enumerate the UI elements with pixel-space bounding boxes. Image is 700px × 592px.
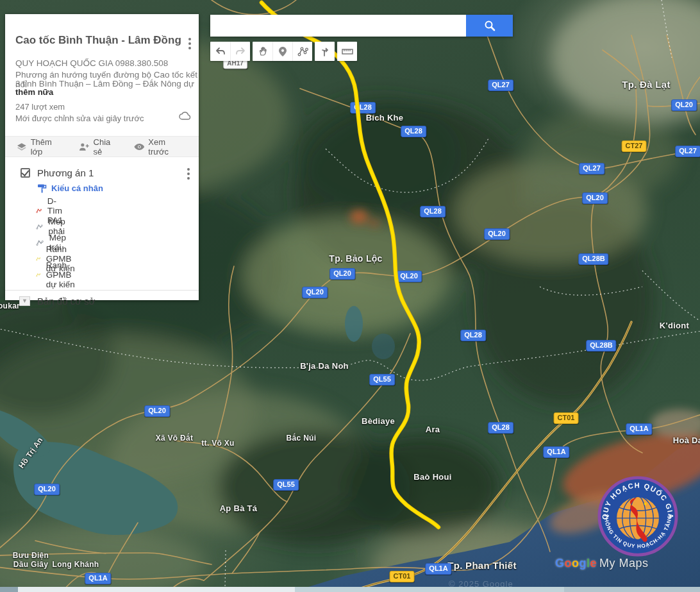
- panel-actions-row: Thêm lớp Chia sẻ Xem trước: [5, 136, 199, 157]
- screen: Tp. Đà LạtBích KheTp. Bảo LộcB'ja Da Noh…: [0, 0, 700, 592]
- google-logo: Google: [555, 557, 597, 570]
- directions-button[interactable]: [315, 42, 335, 61]
- preview-button[interactable]: Xem trước: [134, 137, 187, 156]
- polyline-icon: [297, 47, 308, 56]
- view-count: 247 lượt xem: [15, 102, 65, 112]
- undo-button[interactable]: [210, 42, 230, 61]
- polyline-item-icon: [36, 222, 44, 232]
- draw-tools-group: [253, 42, 312, 61]
- scrollbar-corner: [0, 587, 18, 592]
- layer-name[interactable]: Phương án 1: [37, 167, 94, 178]
- measure-button[interactable]: [337, 42, 357, 61]
- route-casing: [262, 3, 438, 527]
- panel-subtitle: QUY HOẠCH QUỐC GIA 0988.380.508: [15, 58, 168, 68]
- layer-item[interactable]: D-Tìm PA1: [36, 204, 69, 217]
- search-input[interactable]: [210, 15, 466, 37]
- search-bar: [210, 15, 513, 37]
- cloud-saved-icon: [178, 112, 191, 123]
- add-layer-button[interactable]: Thêm lớp: [17, 137, 65, 156]
- person-add-icon: [78, 142, 90, 151]
- eye-icon: [134, 143, 145, 151]
- search-icon: [484, 20, 496, 31]
- undo-redo-group: [210, 42, 250, 61]
- measure-group: [337, 42, 357, 61]
- directions-icon: [320, 46, 330, 56]
- pan-tool-button[interactable]: [253, 42, 272, 61]
- draw-line-button[interactable]: [292, 42, 312, 61]
- basemap-label[interactable]: Bản đồ cơ sở: [37, 296, 96, 307]
- polyline-item-icon: [36, 270, 41, 280]
- horizontal-scrollbar[interactable]: [0, 587, 700, 592]
- layer-item[interactable]: Mép phải: [36, 220, 70, 233]
- page-title: Cao tốc Bình Thuận - Lâm Đồng - ...: [15, 34, 181, 47]
- layers-icon: [17, 142, 27, 151]
- google-my-maps-watermark: GoogleMy Maps: [555, 557, 649, 570]
- map-info-panel: Cao tốc Bình Thuận - Lâm Đồng - ... QUY …: [5, 14, 199, 300]
- show-more-link[interactable]: thêm nữa: [15, 87, 53, 97]
- undo-icon: [215, 47, 226, 56]
- redo-button[interactable]: [230, 42, 250, 61]
- scrollbar-thumb[interactable]: [18, 587, 295, 592]
- layer-item[interactable]: Ranh GPMB dự kiến: [36, 268, 79, 281]
- scrollbar-segment: [295, 587, 564, 592]
- redo-icon: [235, 47, 246, 56]
- paint-roller-icon: [37, 183, 47, 193]
- panel-menu-button[interactable]: [188, 38, 191, 51]
- edited-status: Mới được chỉnh sửa vài giây trước: [15, 114, 144, 123]
- polyline-item-icon: [36, 206, 42, 216]
- planning-logo: QUY HOẠCH QUỐC GIA THÔNG TIN QUY HOẠCH-H…: [597, 476, 678, 559]
- individual-styles-link[interactable]: Kiểu cá nhân: [37, 183, 103, 193]
- add-marker-button[interactable]: [272, 42, 292, 61]
- layer-checkbox[interactable]: [21, 168, 30, 178]
- layer-menu-button[interactable]: [187, 168, 190, 182]
- polyline-item-icon: [36, 254, 41, 264]
- share-button[interactable]: Chia sẻ: [78, 137, 121, 156]
- marker-icon: [278, 46, 287, 57]
- map-toolbar: [210, 42, 357, 61]
- route-d-tim-pa1: [262, 3, 438, 527]
- directions-group: [315, 42, 335, 61]
- my-maps-label: My Maps: [599, 557, 649, 570]
- polyline-item-icon: [36, 238, 44, 248]
- panel-divider: [5, 290, 199, 291]
- basemap-dropdown-icon[interactable]: ▼: [19, 296, 30, 306]
- ruler-icon: [342, 47, 353, 55]
- hand-icon: [258, 46, 268, 56]
- search-button[interactable]: [466, 15, 513, 37]
